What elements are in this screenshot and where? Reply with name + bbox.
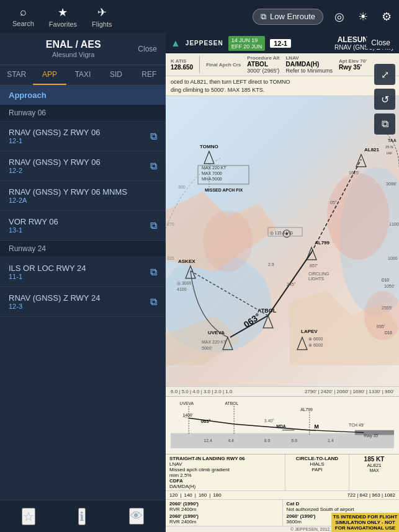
speed-row: 120 | 140 | 160 | 180 722 | 842 | 963 | … — [166, 491, 399, 500]
svg-text:MAX 220 KT: MAX 220 KT — [202, 340, 226, 344]
svg-text:1.4: 1.4 — [328, 438, 334, 443]
proc-number: 12-1 — [9, 137, 100, 144]
svg-text:TCH 49': TCH 49' — [349, 423, 364, 427]
proc-alt-val: 3000' (2965') — [247, 68, 279, 74]
rnav-y-rwy06-item[interactable]: RNAV (GNSS) Y RWY 06 12-2 ⧉ — [0, 151, 166, 181]
rnav-y-rwy06-mnms-item[interactable]: RNAV (GNSS) Y RWY 06 MNMS 12-2A — [0, 181, 166, 211]
svg-marker-11 — [204, 151, 214, 164]
svg-text:MAX 7000: MAX 7000 — [202, 171, 222, 175]
svg-text:LAPEV: LAPEV — [301, 329, 318, 334]
svg-text:Rwy 35': Rwy 35' — [364, 433, 379, 438]
chart-layers-icon: ⧉ — [150, 131, 157, 142]
airport-header: ENAL / AES Alesund Vigra Close — [0, 33, 166, 65]
svg-text:D10: D10 — [382, 278, 389, 282]
svg-text:4.4: 4.4 — [228, 438, 234, 443]
vis-vals: 722 | 842 | 963 | 1082 — [347, 492, 395, 498]
divider — [199, 56, 200, 73]
speed-label: 120 — [169, 492, 177, 498]
svg-text:MISSED APCH FIX: MISSED APCH FIX — [205, 188, 243, 192]
svg-text:D16: D16 — [385, 330, 392, 335]
low-enroute-button[interactable]: ⧉ Low Enroute — [253, 9, 323, 25]
tab-app[interactable]: APP — [33, 65, 66, 85]
flights-nav-item[interactable]: ✈ Flights — [84, 6, 119, 28]
missed-climb: Missed apch climb gradientmim 2.5% — [169, 467, 281, 478]
chart-controls: ⤢ ↺ ⧉ — [374, 64, 395, 135]
chart-close-button[interactable]: Close — [366, 37, 395, 49]
profile-svg: UVEVA ATBOL AL799 063° 3.40° 1400' — [171, 399, 394, 449]
ils-rwy24-item[interactable]: ILS OR LOC RWY 24 11-1 ⧉ — [0, 257, 166, 287]
svg-text:2.9: 2.9 — [268, 262, 274, 267]
brightness-button[interactable]: ☀ — [356, 7, 370, 26]
speed-divider: | — [180, 492, 181, 498]
runway-24-header: Runway 24 — [0, 241, 166, 257]
runway-06-label: Runway 06 — [9, 109, 46, 117]
tab-taxi[interactable]: TAXI — [66, 65, 99, 85]
chart-column: ▲ JEPPESEN 14 JUN 19EFF 20 JUN 12-1 ALES… — [166, 33, 399, 532]
lnav-ref: Refer to Minimums — [285, 68, 333, 74]
bookmark-button[interactable]: ☆ — [22, 508, 35, 525]
rnav-z-rwy06-item[interactable]: RNAV (GNSS) Z RWY 06 12-1 ⧉ — [0, 122, 166, 151]
proc-name: RNAV (GNSS) Y RWY 06 MNMS — [9, 187, 127, 197]
profile-area: UVEVA ATBOL AL799 063° 3.40° 1400' — [166, 396, 399, 454]
star-icon: ★ — [58, 6, 68, 19]
bottom-bar: ☆ ℹ 👁 — [0, 500, 166, 532]
proc-number: 12-3 — [9, 303, 100, 310]
favorites-label: Favorites — [49, 20, 77, 28]
svg-text:UVEVA: UVEVA — [180, 401, 194, 406]
vor-rwy06-item[interactable]: VOR RWY 06 13-1 ⧉ — [0, 211, 166, 241]
landing-table-header-row: STRAIGHT-IN LANDING RWY 06 LNAV Missed a… — [166, 454, 399, 491]
proc-name: RNAV (GNSS) Y RWY 06 — [9, 157, 101, 167]
nav-right-controls: ⧉ Low Enroute ◎ ☀ ⚙ — [253, 7, 394, 26]
svg-text:◎ 3000: ◎ 3000 — [177, 281, 192, 285]
svg-text:1100': 1100' — [389, 222, 399, 226]
svg-text:TOMNO: TOMNO — [200, 144, 218, 149]
airport-close-button[interactable]: Close — [138, 45, 157, 53]
approach-section-header: Approach — [0, 86, 166, 105]
top-navigation: ⌕ Search ★ Favorites ✈ Flights ⧉ Low Enr… — [0, 0, 399, 33]
svg-text:⊗ 6000: ⊗ 6000 — [308, 343, 323, 347]
svg-text:AL821: AL821 — [364, 147, 380, 153]
rnav-z-rwy24-item[interactable]: RNAV (GNSS) Z RWY 24 12-3 ⧉ — [0, 287, 166, 317]
chart-map-area[interactable]: TAA 25 N IAF TOMNO MAX 220 KT MAX 7000 M… — [166, 96, 399, 386]
proc-info: RNAV (GNSS) Y RWY 06 MNMS 12-2A — [9, 187, 127, 204]
straight-in-label: STRAIGHT-IN LANDING RWY 06 — [169, 456, 281, 461]
favorites-nav-item[interactable]: ★ Favorites — [42, 6, 84, 28]
visibility-button[interactable]: 👁 — [129, 508, 144, 525]
chart-layers-button[interactable]: ⧉ — [374, 113, 395, 135]
chart-panel: Close ⤢ ↺ ⧉ ▲ JEPPESEN 14 JUN 19EFF 20 J… — [166, 33, 399, 532]
papi-label: PAPI — [289, 467, 345, 472]
proc-info: RNAV (GNSS) Y RWY 06 12-2 — [9, 157, 101, 174]
procedure-tabs: STAR APP TAXI SID REF — [0, 65, 166, 86]
info-button[interactable]: ℹ — [78, 508, 86, 525]
svg-text:MAX 220 KT: MAX 220 KT — [202, 166, 226, 170]
svg-text:25 N: 25 N — [385, 145, 393, 149]
expand-button[interactable]: ⤢ — [374, 64, 395, 85]
mda-left: 2060' (1990') RVR 2400m 2060' (1990') RV… — [166, 500, 283, 526]
low-enroute-label: Low Enroute — [270, 12, 315, 21]
svg-text:4100: 4100 — [177, 287, 187, 291]
svg-text:LIGHTS: LIGHTS — [308, 277, 325, 281]
aeronautical-chart-svg: TAA 25 N IAF TOMNO MAX 220 KT MAX 7000 M… — [166, 96, 399, 386]
scale-left: 6.0 | 5.0 | 4.0 | 3.0 | 2.0 | 1.0 — [171, 389, 232, 394]
search-nav-item[interactable]: ⌕ Search — [5, 6, 42, 27]
mda-val1: 2060' (1990') — [169, 501, 279, 507]
search-icon: ⌕ — [20, 6, 27, 19]
tab-ref[interactable]: REF — [133, 65, 166, 85]
svg-text:IAF: IAF — [387, 151, 393, 155]
proc-info: ILS OR LOC RWY 24 11-1 — [9, 264, 86, 280]
svg-point-6 — [203, 210, 253, 272]
tab-star[interactable]: STAR — [0, 65, 33, 85]
svg-text:857': 857' — [310, 264, 318, 268]
refresh-button[interactable]: ↺ — [374, 89, 395, 110]
svg-text:M: M — [315, 423, 319, 430]
search-label: Search — [12, 20, 34, 27]
settings-button[interactable]: ⚙ — [379, 7, 394, 26]
svg-text:MHA 5000: MHA 5000 — [202, 177, 222, 181]
atis-info: K ATIS 128.650 — [171, 58, 193, 71]
proc-number: 12-2A — [9, 197, 127, 204]
location-button[interactable]: ◎ — [332, 7, 347, 26]
speed-140: 140 — [184, 492, 192, 498]
speed-180: 180 — [213, 492, 221, 498]
lnav-info: LNAV DA/MDA(H) Refer to Minimums — [285, 55, 333, 74]
tab-sid[interactable]: SID — [99, 65, 132, 85]
